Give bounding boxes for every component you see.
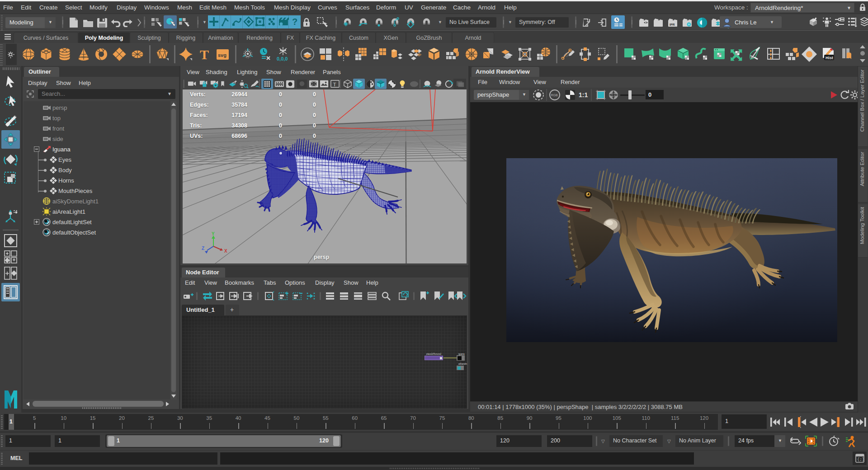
svg-text:X: X xyxy=(224,249,227,254)
svg-text:0,0,0: 0,0,0 xyxy=(277,56,288,61)
svg-text:?: ? xyxy=(292,17,297,27)
svg-text:IPR: IPR xyxy=(670,23,675,26)
svg-text:svg: svg xyxy=(218,52,226,58)
svg-text:Y: Y xyxy=(212,232,215,236)
svg-text:Z: Z xyxy=(202,246,204,251)
svg-text:RGB: RGB xyxy=(551,94,558,97)
svg-text:T: T xyxy=(333,81,336,88)
svg-text:T: T xyxy=(200,47,209,62)
svg-text:{;}: {;} xyxy=(857,457,864,462)
svg-text:Hist: Hist xyxy=(826,56,833,60)
